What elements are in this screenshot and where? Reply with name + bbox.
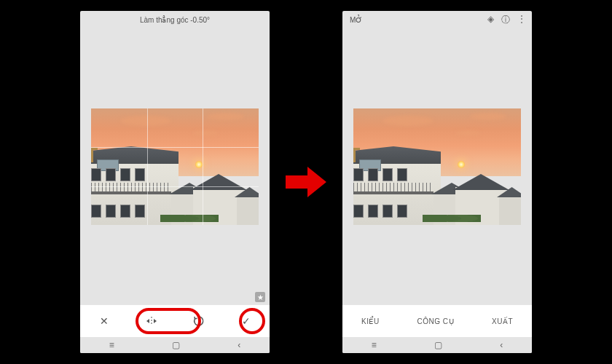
- photo-result[interactable]: [353, 108, 521, 225]
- confirm-button[interactable]: ✓: [235, 310, 257, 332]
- transition-arrow: [284, 164, 328, 200]
- straighten-angle-label: Làm thẳng góc -0.50°: [140, 16, 210, 24]
- menu-icon[interactable]: ⋮: [517, 14, 526, 26]
- flip-button[interactable]: [141, 310, 162, 332]
- phone-screen-main: MỞ ◈ ⓘ ⋮: [342, 11, 532, 353]
- grid-line: [91, 186, 259, 187]
- system-nav-bar: ≡ ▢ ‹: [80, 337, 270, 353]
- info-icon[interactable]: ⓘ: [501, 14, 510, 26]
- main-preview-area[interactable]: [342, 28, 532, 305]
- edit-bottom-bar: ★ ✕ ✓: [80, 305, 270, 337]
- rotate-icon: [193, 315, 205, 327]
- open-label[interactable]: MỞ: [350, 16, 362, 24]
- edit-preview-area[interactable]: [80, 28, 270, 305]
- buildings: [353, 157, 521, 225]
- nav-menu-icon[interactable]: ≡: [109, 340, 114, 350]
- nav-back-icon[interactable]: ‹: [500, 340, 503, 350]
- buildings: [91, 157, 259, 225]
- photo-with-grid[interactable]: [91, 108, 259, 225]
- rotate-button[interactable]: [188, 310, 210, 332]
- tools-button[interactable]: CÔNG CỤ: [417, 317, 455, 325]
- main-header: MỞ ◈ ⓘ ⋮: [342, 11, 532, 28]
- nav-back-icon[interactable]: ‹: [238, 340, 240, 350]
- styles-button[interactable]: KIỂU: [361, 317, 380, 325]
- layers-icon[interactable]: ◈: [487, 14, 494, 26]
- grid-line: [91, 147, 259, 148]
- phone-screen-edit: Làm thẳng góc -0.50°: [80, 11, 270, 353]
- grid-line: [147, 108, 148, 225]
- export-button[interactable]: XUẤT: [492, 317, 513, 325]
- cancel-button[interactable]: ✕: [93, 310, 115, 332]
- favorite-icon[interactable]: ★: [255, 292, 265, 302]
- grid-line: [203, 108, 203, 225]
- system-nav-bar: ≡ ▢ ‹: [342, 337, 532, 353]
- nav-menu-icon[interactable]: ≡: [372, 340, 377, 350]
- main-bottom-bar: KIỂU CÔNG CỤ XUẤT: [342, 305, 532, 337]
- nav-home-icon[interactable]: ▢: [434, 340, 442, 350]
- arrow-icon: [284, 164, 328, 200]
- edit-header: Làm thẳng góc -0.50°: [80, 11, 270, 28]
- nav-home-icon[interactable]: ▢: [172, 340, 180, 350]
- flip-icon: [145, 316, 158, 326]
